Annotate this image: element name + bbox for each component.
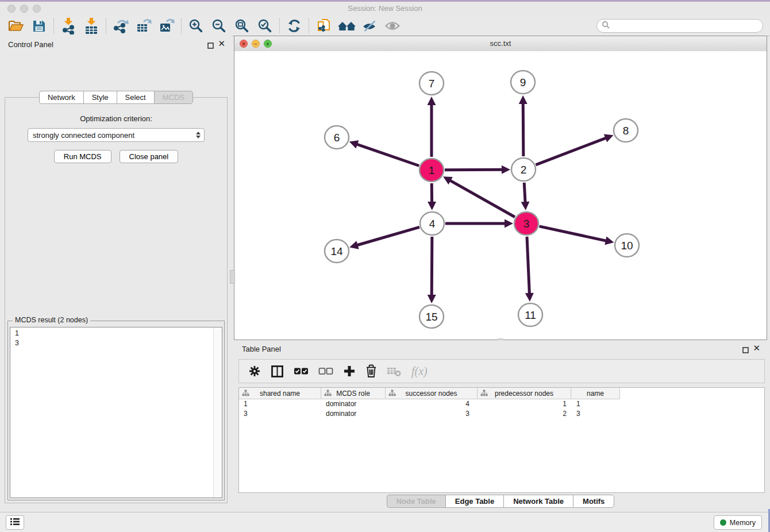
graph-edge-2-9[interactable] [523, 103, 523, 156]
save-session-button[interactable] [28, 17, 51, 34]
first-neighbors-button[interactable] [335, 17, 358, 34]
clone-network-button[interactable] [312, 17, 335, 34]
table-row[interactable]: 1dominator411 [239, 399, 620, 409]
hide-selected-button[interactable] [358, 17, 381, 34]
zoom-fit-button[interactable] [230, 17, 253, 34]
tab-network[interactable]: Network [39, 91, 83, 104]
graph-node-label: 2 [521, 164, 527, 176]
import-network-button[interactable] [57, 17, 80, 34]
network-canvas[interactable]: 7968124314101511 [234, 51, 767, 340]
column-header-label: predecessor nodes [495, 390, 553, 398]
window-title: Session: New Session [0, 4, 770, 13]
table-toolbar: f(x) [238, 359, 765, 383]
result-scrollbar[interactable] [213, 327, 222, 498]
search-input[interactable] [613, 21, 758, 31]
zoom-out-button[interactable] [207, 17, 230, 34]
import-table-button[interactable] [80, 17, 103, 34]
run-mcds-button[interactable]: Run MCDS [54, 150, 111, 163]
graph-edge-arrowhead [525, 293, 534, 302]
refresh-view-button[interactable] [283, 17, 306, 34]
column-header-shared-name[interactable]: shared name [239, 388, 321, 399]
node-table[interactable]: shared nameMCDS rolesuccessor nodesprede… [238, 387, 765, 493]
close-panel-button[interactable]: Close panel [120, 150, 179, 163]
graph-edge-arrowhead [521, 202, 529, 210]
cell-name[interactable]: 3 [571, 409, 620, 419]
export-table-button[interactable] [132, 17, 155, 34]
import-table-icon [84, 17, 98, 34]
hide-all-columns-button[interactable] [318, 366, 333, 376]
graph-edge-2-3[interactable] [524, 183, 525, 203]
zoom-in-icon [188, 18, 203, 33]
graph-edge-3-10[interactable] [539, 226, 606, 241]
graph-edge-1-2[interactable] [445, 169, 503, 170]
graph-edge-arrowhead [605, 237, 614, 245]
network-window-titlebar[interactable]: × − + scc.txt [234, 36, 767, 52]
cell-shared-name[interactable]: 1 [239, 399, 321, 409]
cell-predecessor-nodes[interactable]: 1 [478, 399, 571, 409]
graph-edge-4-14[interactable] [357, 227, 419, 245]
tab-mcds[interactable]: MCDS [154, 91, 193, 104]
gear-icon [248, 365, 261, 377]
tab-edge-table[interactable]: Edge Table [445, 495, 503, 508]
toolbar-separator [53, 18, 54, 33]
table-settings-button[interactable] [248, 365, 261, 377]
graph-edge-arrowhead [428, 295, 436, 303]
float-table-panel-icon[interactable] [742, 345, 749, 356]
graph-edge-3-1[interactable] [449, 180, 515, 217]
cell-predecessor-nodes[interactable]: 2 [478, 409, 571, 419]
cell-successor-nodes[interactable]: 4 [386, 399, 478, 409]
delete-column-button[interactable] [365, 364, 377, 378]
tab-network-table[interactable]: Network Table [503, 495, 573, 508]
table-row[interactable]: 3dominator323 [239, 409, 620, 419]
mcds-result-list[interactable]: 13 [10, 327, 222, 498]
cell-MCDS-role[interactable]: dominator [321, 409, 386, 419]
cell-shared-name[interactable]: 3 [239, 409, 321, 419]
cell-successor-nodes[interactable]: 3 [386, 409, 478, 419]
toolbar-separator [181, 18, 182, 33]
cell-MCDS-role[interactable]: dominator [321, 399, 386, 409]
column-header-successor-nodes[interactable]: successor nodes [386, 388, 478, 399]
task-history-button[interactable] [6, 515, 24, 530]
close-panel-icon[interactable]: ✕ [218, 38, 225, 49]
show-all-columns-button[interactable] [294, 366, 309, 376]
graph-edge-1-6[interactable] [356, 144, 419, 166]
tab-node-table[interactable]: Node Table [387, 495, 445, 508]
export-network-button[interactable] [109, 17, 132, 34]
memory-label: Memory [730, 519, 756, 527]
network-view-window: × − + scc.txt 7968124314101511 [234, 36, 767, 340]
zoom-selected-button[interactable] [253, 17, 276, 34]
search-box[interactable] [596, 19, 763, 33]
window-titlebar: Session: New Session [0, 2, 770, 17]
zoom-in-button[interactable] [184, 17, 207, 34]
function-builder-button: f(x) [411, 365, 428, 378]
export-image-button[interactable] [155, 17, 178, 34]
optimization-criterion-label: Optimization criterion: [5, 114, 227, 123]
tab-select[interactable]: Select [117, 91, 154, 104]
close-table-panel-icon[interactable]: ✕ [753, 343, 760, 353]
mcds-result-node: 1 [15, 329, 222, 338]
hierarchy-icon [324, 390, 332, 398]
column-header-predecessor-nodes[interactable]: predecessor nodes [478, 388, 571, 399]
cell-name[interactable]: 1 [571, 399, 620, 409]
column-layout-button[interactable] [271, 365, 284, 378]
open-session-button[interactable] [5, 17, 28, 34]
graph-edge-3-11[interactable] [527, 237, 529, 294]
graph-node-label: 6 [334, 132, 340, 144]
criterion-select[interactable]: strongly connected component [28, 128, 205, 142]
create-column-button[interactable] [343, 365, 356, 377]
column-header-label: name [587, 390, 604, 398]
column-header-name[interactable]: name [571, 388, 620, 399]
graph-edge-4-15[interactable] [432, 237, 432, 296]
tab-style[interactable]: Style [83, 91, 117, 104]
hierarchy-icon [388, 390, 396, 398]
tab-motifs[interactable]: Motifs [573, 495, 614, 508]
control-panel-tabs: NetworkStyleSelectMCDS [0, 91, 232, 104]
graph-edge-2-8[interactable] [536, 138, 606, 165]
memory-button[interactable]: Memory [714, 515, 762, 530]
graph-edge-arrowhead [505, 219, 513, 228]
float-panel-icon[interactable] [207, 41, 214, 51]
column-header-MCDS-role[interactable]: MCDS role [321, 388, 386, 399]
network-graph[interactable]: 7968124314101511 [234, 51, 767, 340]
graph-edge-arrowhead [349, 241, 359, 249]
panel-splitter-handle[interactable] [230, 270, 235, 284]
